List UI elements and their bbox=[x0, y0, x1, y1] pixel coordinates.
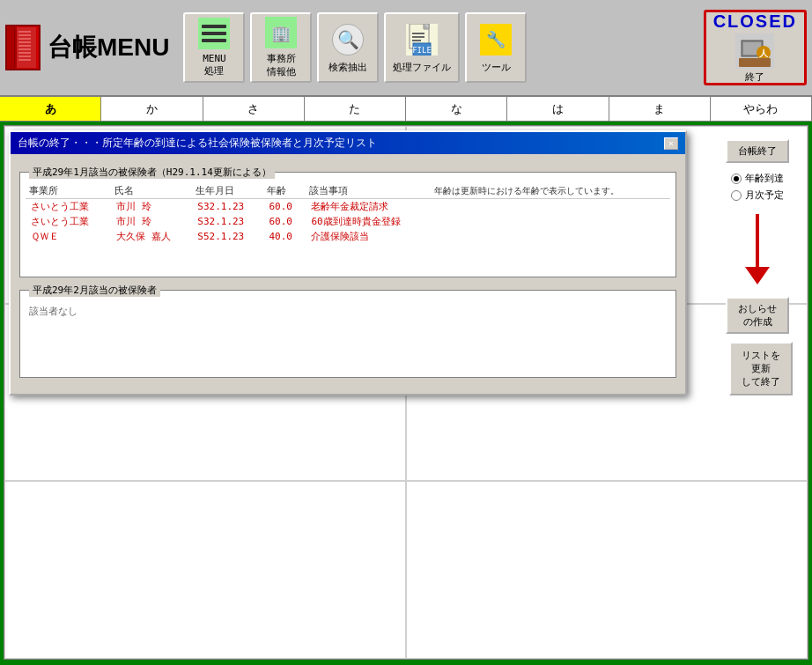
display-mode-radio-group: 年齢到達 月次予定 bbox=[731, 172, 784, 202]
cell-birthday-1: S32.1.23 bbox=[192, 199, 263, 215]
logo-area: 台帳MENU bbox=[5, 25, 169, 70]
cell-jimusho-3: ＱＷＥ bbox=[26, 229, 111, 244]
cell-note-2 bbox=[431, 214, 670, 229]
closed-label: CLOSED bbox=[713, 11, 797, 32]
oshirase-label: おしらせ の作成 bbox=[738, 303, 777, 328]
table-row: さいとう工業 市川 玲 S32.1.23 60.0 老齢年金裁定請求 bbox=[26, 199, 670, 215]
svg-rect-14 bbox=[412, 33, 424, 34]
tool-icon: 🔧 bbox=[478, 22, 513, 57]
jimusho-icon-shape: 🏢 bbox=[265, 17, 297, 48]
radio-age-item[interactable]: 年齢到達 bbox=[731, 172, 784, 185]
section2-text: 該当者なし bbox=[26, 301, 670, 321]
insured-table: 事業所 氏名 生年月日 年齢 該当事項 年齢は更新時における年齢で表示しています… bbox=[26, 183, 670, 244]
svg-text:FILE: FILE bbox=[413, 46, 432, 55]
svg-rect-23 bbox=[739, 58, 771, 67]
dialog-body: 平成29年1月該当の被保険者（H29.1.14更新による） 事業所 氏名 生年月… bbox=[11, 154, 685, 394]
svg-rect-3 bbox=[18, 34, 31, 36]
kana-item-ha[interactable]: は bbox=[507, 97, 609, 121]
section2-legend: 平成29年2月該当の被保険者 bbox=[29, 284, 160, 297]
menu-icon bbox=[196, 18, 232, 49]
section2-box: 平成29年2月該当の被保険者 該当者なし bbox=[19, 290, 676, 378]
svg-rect-7 bbox=[18, 48, 31, 50]
cell-age-2: 60.0 bbox=[263, 214, 306, 229]
radio-age-circle bbox=[731, 174, 742, 184]
logo-book-icon bbox=[5, 25, 41, 70]
cell-birthday-3: S52.1.23 bbox=[192, 229, 263, 244]
col-item: 該当事項 bbox=[306, 183, 430, 199]
kana-item-na[interactable]: な bbox=[406, 97, 507, 121]
closed-button[interactable]: CLOSED 人 終了 bbox=[704, 10, 807, 85]
col-note: 年齢は更新時における年齢で表示しています。 bbox=[431, 183, 670, 199]
cell-name-2: 市川 玲 bbox=[111, 214, 192, 229]
table-header-row: 事業所 氏名 生年月日 年齢 該当事項 年齢は更新時における年齢で表示しています… bbox=[26, 183, 670, 199]
file-button[interactable]: FILE 処理ファイル bbox=[384, 12, 460, 83]
end-label: 終了 bbox=[745, 70, 764, 84]
cell-age-3: 40.0 bbox=[263, 229, 306, 244]
content-area: 台帳の終了・・・所定年齢の到達による社会保険被保険者と月次予定リスト ✕ 平成2… bbox=[0, 122, 812, 663]
kana-item-ka[interactable]: か bbox=[101, 97, 203, 121]
table-row: ＱＷＥ 大久保 嘉人 S52.1.23 40.0 介護保険該当 bbox=[26, 229, 670, 244]
file-label: 処理ファイル bbox=[393, 61, 451, 74]
cell-age-1: 60.0 bbox=[263, 199, 306, 215]
col-birthday: 生年月日 bbox=[192, 183, 263, 199]
radio-age-label: 年齢到達 bbox=[745, 172, 784, 185]
radio-monthly-label: 月次予定 bbox=[745, 188, 784, 202]
arrow-down-indicator bbox=[745, 214, 770, 284]
cell-item-2: 60歳到達時貴金登録 bbox=[306, 214, 430, 229]
cell-item-1: 老齢年金裁定請求 bbox=[306, 199, 430, 215]
radio-monthly-item[interactable]: 月次予定 bbox=[731, 188, 784, 202]
svg-rect-9 bbox=[18, 55, 31, 57]
file-icon: FILE bbox=[404, 22, 439, 57]
file-icon-shape: FILE bbox=[406, 24, 438, 55]
table-row: さいとう工業 市川 玲 S32.1.23 60.0 60歳到達時貴金登録 bbox=[26, 214, 670, 229]
search-icon-shape: 🔍 bbox=[332, 24, 364, 55]
col-name: 氏名 bbox=[111, 183, 192, 199]
kana-item-ma[interactable]: ま bbox=[609, 97, 711, 121]
dialog-overlay: 台帳の終了・・・所定年齢の到達による社会保険被保険者と月次予定リスト ✕ 平成2… bbox=[9, 130, 803, 654]
svg-rect-15 bbox=[412, 36, 424, 38]
svg-rect-5 bbox=[18, 41, 31, 43]
col-age: 年齢 bbox=[263, 183, 306, 199]
menu-label: MENU 処理 bbox=[203, 53, 226, 78]
search-icon: 🔍 bbox=[330, 22, 365, 57]
cell-note-3 bbox=[431, 229, 670, 244]
right-panel: 台帳終了 年齢到達 月次予定 おしらせ の作成 bbox=[722, 139, 793, 413]
top-bar: 台帳MENU MENU 処理 🏢 事務所 情報他 🔍 検索抽出 bbox=[0, 0, 812, 97]
kana-item-a[interactable]: あ bbox=[0, 97, 101, 121]
dialog-close-button[interactable]: ✕ bbox=[664, 137, 678, 150]
cell-jimusho-2: さいとう工業 bbox=[26, 214, 111, 229]
svg-rect-6 bbox=[18, 45, 31, 47]
col-jimusho: 事業所 bbox=[26, 183, 111, 199]
cell-jimusho-1: さいとう工業 bbox=[26, 199, 111, 215]
jimusho-button[interactable]: 🏢 事務所 情報他 bbox=[250, 12, 312, 83]
search-button[interactable]: 🔍 検索抽出 bbox=[317, 12, 379, 83]
radio-monthly-circle bbox=[731, 190, 742, 201]
app-title: 台帳MENU bbox=[48, 31, 169, 64]
arrow-head bbox=[745, 267, 770, 284]
svg-rect-1 bbox=[17, 27, 36, 68]
section1-legend: 平成29年1月該当の被保険者（H29.1.14更新による） bbox=[29, 166, 275, 179]
kana-item-ya[interactable]: やらわ bbox=[711, 97, 812, 121]
dialog-titlebar: 台帳の終了・・・所定年齢の到達による社会保険被保険者と月次予定リスト ✕ bbox=[11, 132, 685, 154]
svg-rect-4 bbox=[18, 38, 31, 40]
cell-item-3: 介護保険該当 bbox=[306, 229, 430, 244]
svg-text:人: 人 bbox=[758, 48, 769, 58]
svg-rect-8 bbox=[18, 52, 31, 54]
kana-navigation-bar: あ か さ た な は ま やらわ bbox=[0, 97, 812, 122]
menu-icon-shape bbox=[198, 18, 230, 49]
tool-icon-shape: 🔧 bbox=[480, 24, 512, 55]
daichoend-button[interactable]: 台帳終了 bbox=[726, 139, 789, 163]
menu-button[interactable]: MENU 処理 bbox=[183, 12, 245, 83]
kana-item-sa[interactable]: さ bbox=[203, 97, 305, 121]
oshirase-button[interactable]: おしらせ の作成 bbox=[726, 297, 789, 334]
cell-name-1: 市川 玲 bbox=[111, 199, 192, 215]
kana-item-ta[interactable]: た bbox=[305, 97, 406, 121]
svg-rect-0 bbox=[10, 27, 17, 68]
svg-rect-16 bbox=[412, 40, 421, 41]
update-end-button[interactable]: リストを更新 して終了 bbox=[729, 342, 793, 395]
dialog-title: 台帳の終了・・・所定年齢の到達による社会保険被保険者と月次予定リスト bbox=[18, 136, 377, 151]
tool-button[interactable]: 🔧 ツール bbox=[465, 12, 527, 83]
cell-note-1 bbox=[431, 199, 670, 215]
jimusho-icon: 🏢 bbox=[263, 17, 299, 48]
cell-birthday-2: S32.1.23 bbox=[192, 214, 263, 229]
